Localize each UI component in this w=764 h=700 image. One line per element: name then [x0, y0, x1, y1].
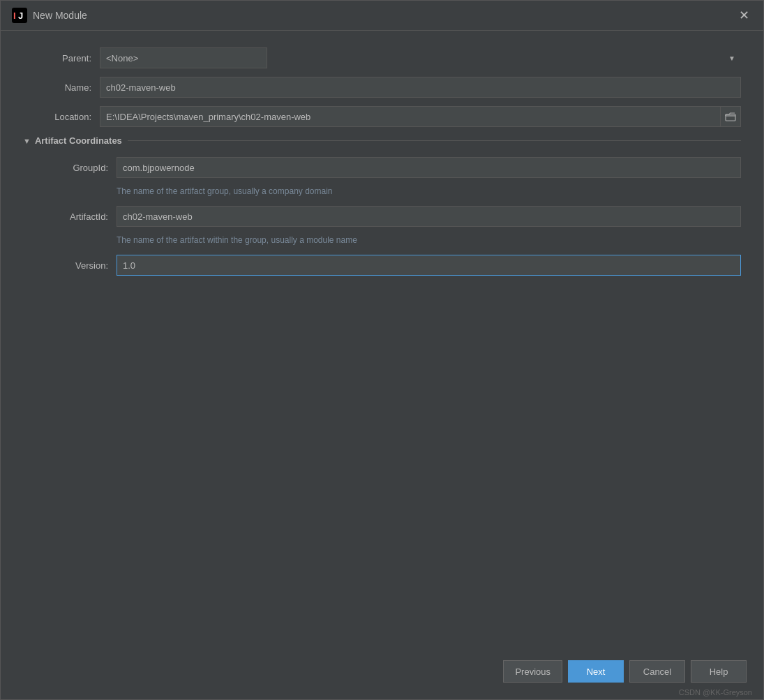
browse-button[interactable] — [720, 106, 741, 127]
section-title: Artifact Coordinates — [35, 135, 122, 146]
collapse-icon[interactable]: ▼ — [23, 137, 31, 145]
svg-rect-3 — [726, 114, 735, 121]
parent-select-wrapper: <None> ▼ — [100, 47, 741, 68]
artifact-coordinates-form: GroupId: The name of the artifact group,… — [23, 157, 741, 276]
version-label: Version: — [40, 260, 117, 271]
dialog-footer: Previous Next Cancel Help CSDN @KK-Greys… — [1, 652, 763, 699]
name-row: Name: — [23, 77, 741, 98]
new-module-dialog: I J New Module ✕ Parent: <None> ▼ Name: … — [0, 0, 764, 700]
parent-row: Parent: <None> ▼ — [23, 47, 741, 68]
location-row: Location: — [23, 106, 741, 127]
cancel-button[interactable]: Cancel — [629, 660, 685, 683]
version-input[interactable] — [117, 255, 741, 276]
artifactid-hint: The name of the artifact within the grou… — [117, 235, 741, 245]
section-divider — [128, 140, 741, 141]
groupid-input[interactable] — [117, 157, 741, 178]
location-input[interactable] — [100, 106, 720, 127]
version-row: Version: — [40, 255, 741, 276]
previous-button[interactable]: Previous — [503, 660, 562, 683]
artifactid-input[interactable] — [117, 206, 741, 227]
artifactid-label: ArtifactId: — [40, 211, 117, 222]
svg-text:I: I — [13, 10, 16, 21]
parent-select[interactable]: <None> — [100, 47, 267, 68]
location-wrapper — [100, 106, 741, 127]
parent-label: Parent: — [23, 53, 100, 64]
groupid-label: GroupId: — [40, 163, 117, 173]
next-button[interactable]: Next — [568, 660, 624, 683]
groupid-hint: The name of the artifact group, usually … — [117, 186, 741, 196]
name-input[interactable] — [100, 77, 741, 98]
chevron-down-icon: ▼ — [728, 54, 735, 62]
location-label: Location: — [23, 112, 100, 122]
help-button[interactable]: Help — [691, 660, 747, 683]
close-button[interactable]: ✕ — [736, 8, 752, 23]
watermark: CSDN @KK-Greyson — [679, 688, 752, 697]
artifactid-row: ArtifactId: — [40, 206, 741, 227]
groupid-row: GroupId: — [40, 157, 741, 178]
title-bar: I J New Module ✕ — [1, 1, 763, 31]
app-icon: I J — [12, 8, 27, 23]
artifact-coordinates-section-header: ▼ Artifact Coordinates — [23, 135, 741, 146]
name-label: Name: — [23, 82, 100, 93]
svg-text:J: J — [18, 10, 23, 21]
dialog-title: New Module — [33, 10, 736, 21]
dialog-content: Parent: <None> ▼ Name: Location: — [1, 31, 763, 652]
